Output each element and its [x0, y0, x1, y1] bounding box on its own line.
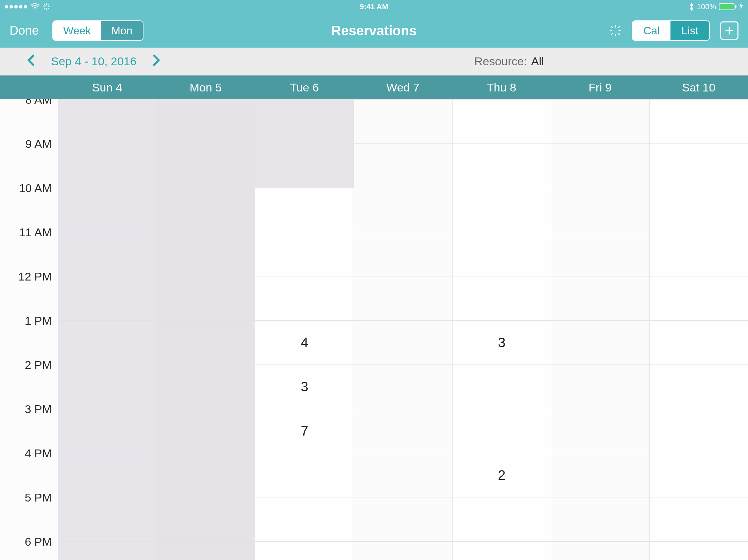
- time-slot[interactable]: [354, 453, 452, 497]
- time-slot[interactable]: [157, 409, 255, 453]
- time-slot[interactable]: [255, 453, 354, 497]
- date-range[interactable]: Sep 4 - 10, 2016: [51, 55, 136, 68]
- seg-calendar[interactable]: Cal: [632, 21, 670, 40]
- reservation-count[interactable]: 3: [453, 320, 551, 364]
- reservation-count[interactable]: 3: [255, 364, 354, 409]
- time-slot[interactable]: [453, 99, 551, 143]
- time-slot[interactable]: [650, 453, 748, 497]
- next-week-button[interactable]: [146, 54, 167, 69]
- time-slot[interactable]: [157, 276, 255, 320]
- time-slot[interactable]: [58, 320, 156, 364]
- calendar-grid[interactable]: 8 AM9 AM10 AM11 AM12 PM1 PM2 PM3 PM4 PM5…: [0, 99, 748, 560]
- day-header[interactable]: Thu 8: [452, 75, 551, 99]
- reservation-count[interactable]: 7: [255, 409, 354, 453]
- time-slot[interactable]: [650, 232, 748, 276]
- time-slot[interactable]: [157, 364, 255, 409]
- seg-list[interactable]: List: [670, 21, 709, 40]
- time-slot[interactable]: [58, 497, 156, 541]
- time-slot[interactable]: [58, 143, 156, 188]
- time-slot[interactable]: [453, 276, 551, 320]
- time-slot[interactable]: [157, 188, 255, 232]
- time-slot[interactable]: [58, 541, 156, 560]
- time-slot[interactable]: [255, 99, 354, 143]
- day-header[interactable]: Fri 9: [551, 75, 649, 99]
- time-slot[interactable]: [157, 541, 255, 560]
- time-slot[interactable]: [354, 541, 452, 560]
- time-slot[interactable]: [255, 276, 354, 320]
- time-slot[interactable]: [650, 276, 748, 320]
- plus-icon: [724, 25, 735, 36]
- svg-line-14: [612, 34, 613, 35]
- prev-week-button[interactable]: [20, 54, 41, 69]
- time-slot[interactable]: [453, 232, 551, 276]
- time-slot[interactable]: [551, 232, 649, 276]
- time-slot[interactable]: [157, 320, 255, 364]
- time-slot[interactable]: [255, 497, 354, 541]
- time-slot[interactable]: [650, 143, 748, 188]
- time-slot[interactable]: [58, 453, 156, 497]
- time-slot[interactable]: [58, 232, 156, 276]
- day-header[interactable]: Wed 7: [354, 75, 452, 99]
- time-slot[interactable]: [157, 453, 255, 497]
- done-button[interactable]: Done: [10, 23, 39, 38]
- day-header[interactable]: Sat 10: [649, 75, 748, 99]
- time-slot[interactable]: [354, 99, 452, 143]
- time-slot[interactable]: [650, 409, 748, 453]
- time-slot[interactable]: [650, 188, 748, 232]
- time-slot[interactable]: [551, 276, 649, 320]
- time-slot[interactable]: [551, 320, 649, 364]
- time-slot[interactable]: [354, 143, 452, 188]
- time-slot[interactable]: [453, 143, 551, 188]
- time-slot[interactable]: [255, 188, 354, 232]
- time-slot[interactable]: [354, 232, 452, 276]
- time-slot[interactable]: [157, 232, 255, 276]
- time-slot[interactable]: [650, 320, 748, 364]
- time-slot[interactable]: [551, 143, 649, 188]
- time-slot[interactable]: [354, 188, 452, 232]
- time-slot[interactable]: [58, 99, 156, 143]
- time-slot[interactable]: [354, 276, 452, 320]
- seg-month[interactable]: Mon: [101, 21, 142, 40]
- time-slot[interactable]: [157, 497, 255, 541]
- time-slot[interactable]: [453, 497, 551, 541]
- svg-line-3: [48, 8, 49, 9]
- time-slot[interactable]: [650, 99, 748, 143]
- time-slot[interactable]: [453, 541, 551, 560]
- time-label: 12 PM: [0, 270, 58, 314]
- time-slot[interactable]: [255, 143, 354, 188]
- time-slot[interactable]: [650, 541, 748, 560]
- time-slot[interactable]: [551, 188, 649, 232]
- reservation-count[interactable]: 4: [255, 320, 354, 364]
- time-slot[interactable]: [650, 364, 748, 409]
- time-slot[interactable]: [453, 364, 551, 409]
- seg-week[interactable]: Week: [53, 21, 101, 40]
- resource-value[interactable]: All: [531, 55, 544, 68]
- time-slot[interactable]: [551, 364, 649, 409]
- time-slot[interactable]: [354, 364, 452, 409]
- time-slot[interactable]: [58, 409, 156, 453]
- time-slot[interactable]: [354, 497, 452, 541]
- time-slot[interactable]: [58, 364, 156, 409]
- time-slot[interactable]: [255, 541, 354, 560]
- time-slot[interactable]: [551, 99, 649, 143]
- time-slot[interactable]: [551, 497, 649, 541]
- time-slot[interactable]: [453, 188, 551, 232]
- time-slot[interactable]: [354, 409, 452, 453]
- time-slot[interactable]: [650, 497, 748, 541]
- time-slot[interactable]: [58, 276, 156, 320]
- time-slot[interactable]: [58, 188, 156, 232]
- time-slot[interactable]: [453, 409, 551, 453]
- day-header[interactable]: Tue 6: [255, 75, 354, 99]
- add-button[interactable]: [720, 21, 738, 40]
- time-slot[interactable]: [551, 409, 649, 453]
- time-slot[interactable]: [157, 99, 255, 143]
- time-slot[interactable]: [551, 541, 649, 560]
- reservation-count[interactable]: 2: [453, 453, 551, 497]
- time-gutter: 8 AM9 AM10 AM11 AM12 PM1 PM2 PM3 PM4 PM5…: [0, 99, 58, 560]
- time-slot[interactable]: [157, 143, 255, 188]
- time-slot[interactable]: [255, 232, 354, 276]
- day-header[interactable]: Sun 4: [58, 75, 156, 99]
- day-header[interactable]: Mon 5: [156, 75, 255, 99]
- time-slot[interactable]: [354, 320, 452, 364]
- time-slot[interactable]: [551, 453, 649, 497]
